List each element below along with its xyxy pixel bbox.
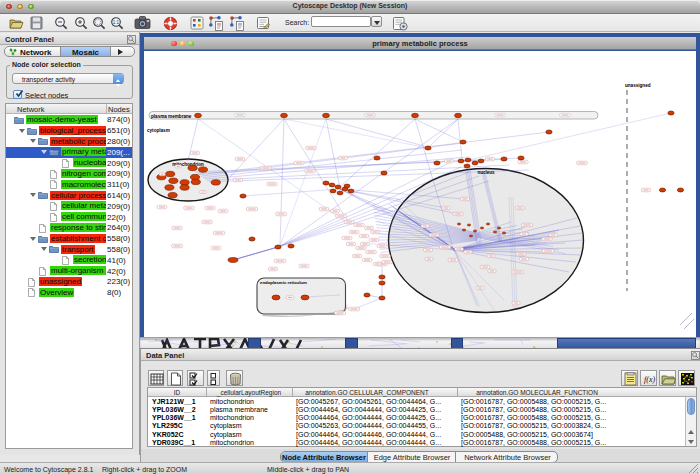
svg-text:plasma membrane: plasma membrane — [151, 114, 192, 119]
svg-text:nucleus: nucleus — [477, 170, 495, 175]
svg-text:unassigned: unassigned — [625, 83, 651, 88]
svg-text:endoplasmic reticulum: endoplasmic reticulum — [260, 280, 307, 285]
svg-text:cytoplasm: cytoplasm — [147, 128, 170, 133]
svg-text:1:1: 1:1 — [113, 20, 120, 25]
svg-text:f(x): f(x) — [644, 375, 655, 384]
